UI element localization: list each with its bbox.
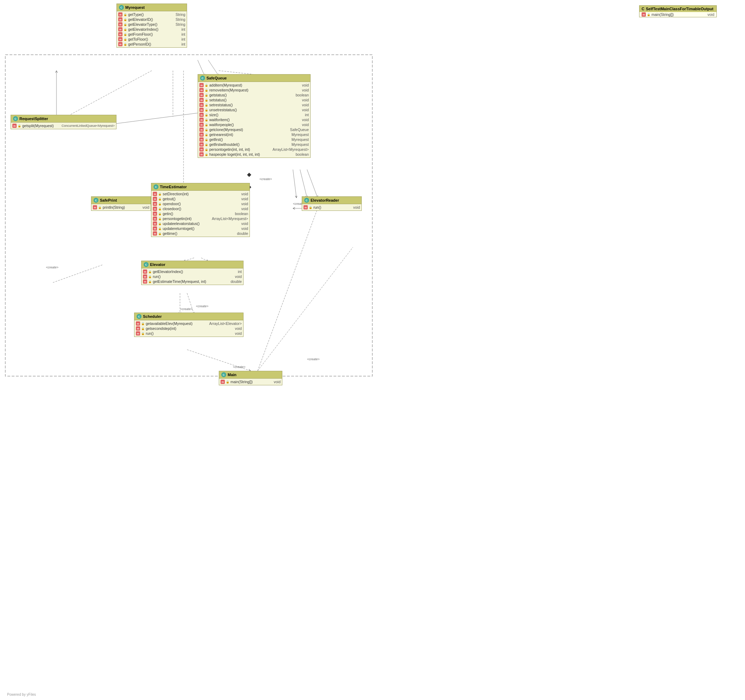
method-icon: m	[153, 207, 157, 211]
svg-text:<create>: <create>	[196, 304, 209, 308]
method-return: ConcurrentLinkedQueue<Myrequest>	[61, 124, 115, 127]
myrequest-header: C Myrequest	[117, 4, 187, 11]
method-icon: m	[153, 192, 157, 196]
method-icon: m	[136, 326, 140, 331]
table-row: m 🔒 main(String[]) void	[219, 379, 282, 384]
method-icon: m	[199, 147, 203, 151]
method-icon: m	[12, 124, 16, 128]
lock-icon: 🔒	[205, 123, 208, 126]
method-icon: m	[118, 27, 123, 31]
scheduler-class-icon: C	[136, 314, 142, 319]
method-return: int	[305, 112, 309, 117]
lock-icon: 🔒	[205, 93, 208, 97]
method-icon: m	[199, 83, 203, 87]
timeestimator-body: m🔒setDirection(int)void m🔒getout()void m…	[151, 191, 250, 237]
lock-icon: 🔒	[205, 108, 208, 112]
class-myrequest: C Myrequest m 🔒 getType() String m 🔒 get…	[117, 3, 187, 48]
legend-method-icon: m	[642, 12, 646, 16]
table-row: m 🔒 run() void	[302, 205, 361, 210]
safequeue-name: SafeQueue	[206, 76, 227, 80]
svg-line-11	[187, 293, 194, 314]
lock-icon: 🔒	[148, 280, 152, 283]
elevatorreader-body: m 🔒 run() void	[302, 204, 361, 210]
arrows-svg: <create> <create> <create> <create> <cre…	[0, 0, 745, 700]
method-name: removeitem(Myrequest)	[209, 88, 298, 92]
class-elevator: C Elevator m 🔒 getElevatorIndex() int m …	[141, 261, 244, 285]
table-row: m🔒getfirstwithoutdel()Myrequest	[198, 142, 310, 147]
svg-line-9	[53, 265, 102, 283]
svg-line-15	[257, 208, 318, 371]
lock-icon: 🔒	[158, 227, 162, 230]
legend-class-icon: C	[642, 7, 645, 11]
lock-icon: 🔒	[141, 332, 145, 335]
method-name: run()	[146, 331, 231, 336]
lock-icon: 🔒	[158, 197, 162, 201]
method-name: opendoor()	[163, 202, 238, 206]
method-return: ArrayList<Myrequest>	[212, 216, 248, 221]
class-safequeue: C SafeQueue m🔒additem(Myrequest)void m🔒r…	[197, 74, 311, 158]
method-icon: m	[199, 132, 203, 137]
legend-method-return: void	[708, 12, 714, 16]
method-name: updateelevatorstatus()	[163, 222, 238, 226]
svg-line-24	[307, 169, 318, 198]
legend-header: C SelfTestMainClassForTimableOutput	[639, 6, 717, 12]
method-return: Myrequest	[292, 142, 309, 147]
svg-line-14	[257, 247, 353, 371]
lock-icon: 🔒	[124, 37, 127, 41]
method-name: run()	[153, 274, 231, 279]
svg-text:<create>: <create>	[46, 265, 58, 269]
main-body: m 🔒 main(String[]) void	[219, 379, 282, 385]
lock-icon: 🔒	[205, 113, 208, 117]
lock-icon: 🔒	[124, 27, 127, 31]
method-return: void	[302, 98, 309, 102]
method-name: closedoor()	[163, 207, 238, 211]
lock-icon: 🔒	[205, 83, 208, 87]
method-name: setDirection(int)	[163, 192, 238, 196]
lock-icon: 🔒	[158, 222, 162, 225]
method-return: double	[237, 231, 248, 235]
table-row: m🔒getstatus()boolean	[198, 93, 310, 97]
elevatorreader-class-icon: C	[304, 198, 309, 203]
method-name: getavailableElev(Myrequest)	[146, 321, 205, 326]
elevatorreader-header: C ElevatorReader	[302, 197, 361, 204]
method-return: void	[302, 88, 309, 92]
table-row: m 🔒 getElevatorIndex() int	[117, 27, 187, 32]
class-requestsplitter: C RequestSplitter m 🔒 getsplit(Myrequest…	[10, 115, 117, 129]
method-name: getEstimateTime(Myrequest, int)	[153, 279, 227, 283]
svg-line-26	[293, 169, 296, 198]
table-row: m🔒opendoor()void	[151, 201, 250, 206]
table-row: m🔒unsetreststatus()void	[198, 107, 310, 112]
lock-icon: 🔒	[205, 143, 208, 146]
table-row: m🔒getout()void	[151, 196, 250, 201]
method-return: double	[230, 279, 242, 283]
footer-text: Powered by yFiles	[7, 693, 36, 697]
table-row: m 🔒 getElevatorIndex() int	[142, 269, 243, 274]
table-row: m 🔒 getPersonID() int	[117, 42, 187, 46]
method-icon: m	[118, 22, 123, 27]
safequeue-body: m🔒additem(Myrequest)void m🔒removeitem(My…	[198, 82, 310, 157]
method-return: int	[181, 42, 185, 46]
lock-icon: 🔒	[124, 22, 127, 26]
method-icon: m	[199, 137, 203, 142]
method-return: int	[238, 270, 242, 274]
lock-icon: 🔒	[205, 153, 208, 156]
method-icon: m	[199, 98, 203, 102]
main-header: C Main	[219, 371, 282, 379]
method-name: additem(Myrequest)	[209, 83, 298, 87]
method-return: void	[241, 202, 248, 206]
method-icon: m	[199, 123, 203, 127]
timeestimator-name: TimeEstimator	[160, 185, 187, 189]
method-return: int	[181, 27, 185, 31]
legend-title: SelfTestMainClassForTimableOutput	[646, 7, 714, 11]
method-icon: m	[136, 321, 140, 326]
method-icon: m	[143, 279, 147, 283]
table-row: m🔒getnearest(int)Myrequest	[198, 132, 310, 137]
elevator-class-icon: C	[144, 262, 148, 267]
method-icon: m	[118, 37, 123, 41]
lock-icon: 🔒	[205, 133, 208, 136]
requestsplitter-header: C RequestSplitter	[11, 115, 116, 123]
table-row: m 🔒 getFromFloor() int	[117, 32, 187, 37]
lock-icon: 🔒	[205, 103, 208, 106]
requestsplitter-name: RequestSplitter	[19, 117, 48, 121]
method-name: getsplit(Myrequest)	[22, 124, 58, 128]
